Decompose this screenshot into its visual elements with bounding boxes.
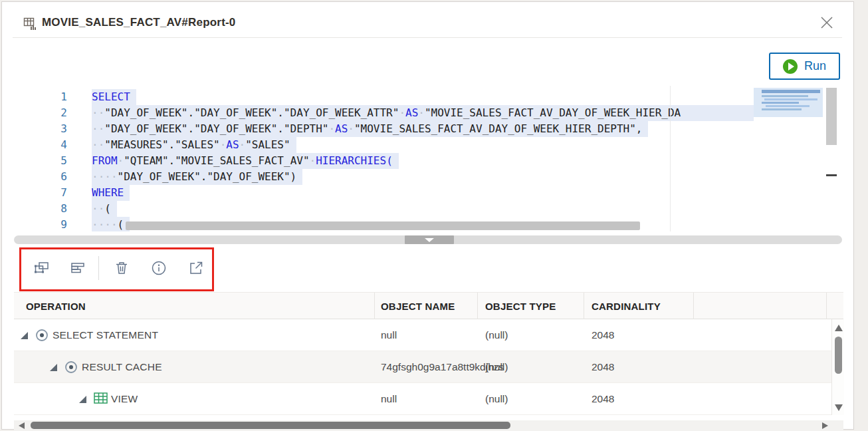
editor-vertical-scrollbar[interactable] <box>825 86 837 231</box>
line-number: 6 <box>14 169 67 185</box>
dialog-title: MOVIE_SALES_FACT_AV#Report-0 <box>42 16 236 29</box>
table-horizontal-scrollbar[interactable] <box>14 420 843 431</box>
object-type-cell: (null) <box>485 319 508 351</box>
plan-table-header: OPERATION OBJECT NAME OBJECT TYPE CARDIN… <box>14 292 843 319</box>
splitter-handle[interactable] <box>405 235 454 244</box>
code-area[interactable]: SELECT··"DAY_OF_WEEK"."DAY_OF_WEEK"."DAY… <box>92 89 754 231</box>
line-number: 1 <box>14 89 67 105</box>
object-type-cell: (null) <box>485 351 508 383</box>
cardinality-cell: 2048 <box>592 383 614 415</box>
code-line[interactable]: WHERE <box>92 185 754 201</box>
delete-icon[interactable] <box>112 259 131 277</box>
operation-cell: RESULT CACHE <box>82 351 162 383</box>
toolbar-divider <box>98 256 99 280</box>
plan-node-icon <box>35 329 49 342</box>
run-play-icon <box>783 59 798 74</box>
line-number: 2 <box>14 105 67 121</box>
line-number: 7 <box>14 185 67 201</box>
analytic-view-report-icon <box>23 17 37 31</box>
expand-collapse-icon[interactable] <box>79 396 86 403</box>
editor-vertical-scrollbar-thumb[interactable] <box>826 88 837 145</box>
operation-cell: SELECT STATEMENT <box>53 319 158 351</box>
line-number: 9 <box>14 217 67 231</box>
close-icon[interactable] <box>817 13 837 33</box>
code-line[interactable]: ····"DAY_OF_WEEK"."DAY_OF_WEEK") <box>92 169 754 185</box>
column-header-object-name[interactable]: OBJECT NAME <box>381 293 455 320</box>
expand-collapse-icon[interactable] <box>50 364 57 371</box>
column-header-object-type[interactable]: OBJECT TYPE <box>485 293 556 320</box>
scroll-down-icon[interactable] <box>835 404 843 411</box>
column-header-cardinality[interactable]: CARDINALITY <box>592 293 661 320</box>
table-row[interactable]: RESULT CACHE74gfsgh0g9a17a8tt9kdjhzs(nul… <box>14 351 831 383</box>
line-number: 8 <box>14 201 67 217</box>
expand-collapse-icon[interactable] <box>21 332 28 339</box>
line-number: 5 <box>14 153 67 169</box>
plan-node-icon <box>64 360 78 374</box>
object-name-cell: null <box>381 319 397 351</box>
table-vertical-scrollbar-thumb[interactable] <box>835 337 842 374</box>
panel-splitter[interactable] <box>14 235 842 244</box>
run-button[interactable]: Run <box>769 53 840 80</box>
line-number-gutter: 123456789 <box>14 89 67 231</box>
code-line[interactable]: ··"MEASURES"."SALES"·AS·"SALES" <box>92 137 754 153</box>
open-in-new-window-icon[interactable] <box>187 259 205 277</box>
object-type-cell: (null) <box>485 383 508 415</box>
column-header-operation[interactable]: OPERATION <box>26 293 86 320</box>
editor-minimap[interactable] <box>754 86 823 231</box>
table-horizontal-scrollbar-thumb[interactable] <box>31 422 510 429</box>
title-divider <box>13 37 842 38</box>
code-line[interactable]: SELECT <box>92 89 754 105</box>
scroll-left-icon[interactable] <box>19 422 25 429</box>
cardinality-cell: 2048 <box>592 319 614 351</box>
cardinality-cell: 2048 <box>592 351 614 383</box>
collapse-down-icon <box>425 238 434 242</box>
editor-margin-ruler <box>670 86 671 231</box>
editor-horizontal-scrollbar-thumb[interactable] <box>126 221 640 230</box>
diagram-view-icon[interactable] <box>33 259 51 277</box>
run-button-label: Run <box>804 59 826 73</box>
view-table-icon <box>94 392 108 404</box>
code-line[interactable]: FROM·"QTEAM"."MOVIE_SALES_FACT_AV"·HIERA… <box>92 153 754 169</box>
line-number: 3 <box>14 121 67 137</box>
editor-overview-cursor-marker <box>826 174 837 176</box>
plan-outline-view-icon[interactable] <box>68 259 87 277</box>
query-report-dialog: MOVIE_SALES_FACT_AV#Report-0 Run 1234567… <box>1 1 854 430</box>
table-vertical-scrollbar[interactable] <box>831 319 844 415</box>
scroll-right-icon[interactable] <box>822 422 828 429</box>
plan-table-body: SELECT STATEMENTnull(null)2048RESULT CAC… <box>14 319 831 415</box>
code-line[interactable]: ··"DAY_OF_WEEK"."DAY_OF_WEEK"."DAY_OF_WE… <box>92 105 754 121</box>
code-line[interactable]: ··( <box>92 201 754 217</box>
table-row[interactable]: SELECT STATEMENTnull(null)2048 <box>14 319 831 351</box>
scroll-up-icon[interactable] <box>835 325 843 331</box>
table-row[interactable]: VIEWnull(null)2048 <box>14 383 831 415</box>
code-line[interactable]: ··"DAY_OF_WEEK"."DAY_OF_WEEK"."DEPTH"·AS… <box>92 121 754 137</box>
information-icon[interactable] <box>150 259 168 277</box>
line-number: 4 <box>14 137 67 153</box>
sql-editor: 123456789 SELECT··"DAY_OF_WEEK"."DAY_OF_… <box>14 86 841 231</box>
operation-cell: VIEW <box>111 383 138 415</box>
object-name-cell: null <box>381 383 397 415</box>
